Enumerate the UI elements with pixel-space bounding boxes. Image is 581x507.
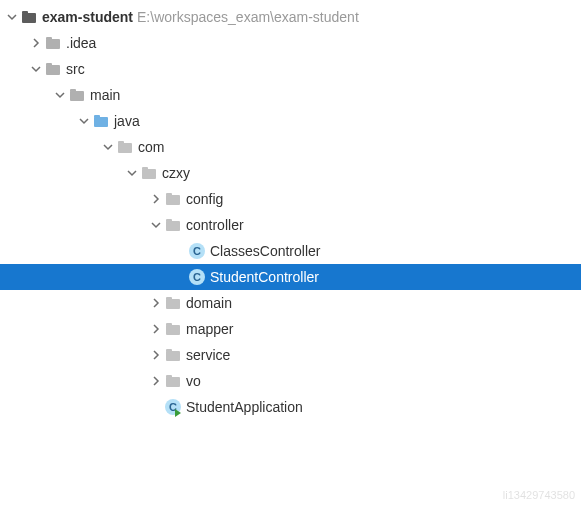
chevron-right-icon[interactable] (148, 321, 164, 337)
root-name: exam-student (42, 9, 133, 25)
svg-rect-8 (94, 117, 108, 127)
tree-row-root[interactable]: exam-student E:\workspaces_exam\exam-stu… (0, 4, 581, 30)
source-folder-icon (92, 113, 110, 129)
chevron-down-icon[interactable] (4, 9, 20, 25)
class-icon: C (188, 243, 206, 259)
svg-rect-20 (166, 325, 180, 335)
chevron-down-icon[interactable] (28, 61, 44, 77)
chevron-down-icon[interactable] (124, 165, 140, 181)
package-icon (164, 217, 182, 233)
folder-label: czxy (162, 165, 190, 181)
tree-row-vo[interactable]: vo (0, 368, 581, 394)
class-icon: C (188, 269, 206, 285)
folder-icon (44, 61, 62, 77)
folder-label: config (186, 191, 223, 207)
project-tree[interactable]: exam-student E:\workspaces_exam\exam-stu… (0, 0, 581, 420)
folder-label: mapper (186, 321, 233, 337)
folder-label: controller (186, 217, 244, 233)
svg-rect-13 (142, 167, 148, 170)
chevron-right-icon[interactable] (148, 191, 164, 207)
svg-rect-17 (166, 219, 172, 222)
svg-rect-12 (142, 169, 156, 179)
no-arrow (172, 269, 188, 285)
folder-label: src (66, 61, 85, 77)
class-label: StudentApplication (186, 399, 303, 415)
svg-rect-15 (166, 193, 172, 196)
package-icon (164, 347, 182, 363)
chevron-down-icon[interactable] (148, 217, 164, 233)
svg-rect-6 (70, 91, 84, 101)
package-icon (140, 165, 158, 181)
tree-row-service[interactable]: service (0, 342, 581, 368)
package-icon (164, 373, 182, 389)
folder-label: vo (186, 373, 201, 389)
svg-rect-23 (166, 349, 172, 352)
svg-rect-25 (166, 375, 172, 378)
tree-row-idea[interactable]: .idea (0, 30, 581, 56)
svg-rect-22 (166, 351, 180, 361)
svg-rect-9 (94, 115, 100, 118)
folder-label: com (138, 139, 164, 155)
chevron-right-icon[interactable] (28, 35, 44, 51)
folder-label: domain (186, 295, 232, 311)
tree-row-domain[interactable]: domain (0, 290, 581, 316)
svg-rect-11 (118, 141, 124, 144)
svg-rect-1 (22, 11, 28, 14)
svg-rect-18 (166, 299, 180, 309)
svg-rect-24 (166, 377, 180, 387)
svg-rect-14 (166, 195, 180, 205)
svg-rect-2 (46, 39, 60, 49)
svg-rect-5 (46, 63, 52, 66)
tree-row-com[interactable]: com (0, 134, 581, 160)
folder-label: main (90, 87, 120, 103)
tree-row-src[interactable]: src (0, 56, 581, 82)
class-label: ClassesController (210, 243, 320, 259)
module-icon (20, 9, 38, 25)
folder-label: .idea (66, 35, 96, 51)
tree-row-java[interactable]: java (0, 108, 581, 134)
package-icon (164, 321, 182, 337)
no-arrow (148, 399, 164, 415)
tree-row-config[interactable]: config (0, 186, 581, 212)
svg-rect-21 (166, 323, 172, 326)
chevron-right-icon[interactable] (148, 373, 164, 389)
folder-label: service (186, 347, 230, 363)
root-path: E:\workspaces_exam\exam-student (137, 9, 359, 25)
chevron-right-icon[interactable] (148, 347, 164, 363)
chevron-down-icon[interactable] (100, 139, 116, 155)
tree-row-controller[interactable]: controller (0, 212, 581, 238)
chevron-right-icon[interactable] (148, 295, 164, 311)
folder-icon (44, 35, 62, 51)
runnable-class-icon: C (164, 399, 182, 415)
tree-row-mapper[interactable]: mapper (0, 316, 581, 342)
package-icon (164, 191, 182, 207)
tree-row-student-controller[interactable]: C StudentController (0, 264, 581, 290)
svg-rect-0 (22, 13, 36, 23)
tree-row-czxy[interactable]: czxy (0, 160, 581, 186)
tree-row-student-application[interactable]: C StudentApplication (0, 394, 581, 420)
chevron-down-icon[interactable] (52, 87, 68, 103)
tree-row-main[interactable]: main (0, 82, 581, 108)
svg-rect-19 (166, 297, 172, 300)
no-arrow (172, 243, 188, 259)
svg-rect-4 (46, 65, 60, 75)
svg-rect-3 (46, 37, 52, 40)
class-label: StudentController (210, 269, 319, 285)
folder-icon (68, 87, 86, 103)
svg-rect-16 (166, 221, 180, 231)
package-icon (116, 139, 134, 155)
svg-rect-10 (118, 143, 132, 153)
svg-rect-7 (70, 89, 76, 92)
tree-row-classes-controller[interactable]: C ClassesController (0, 238, 581, 264)
chevron-down-icon[interactable] (76, 113, 92, 129)
folder-label: java (114, 113, 140, 129)
package-icon (164, 295, 182, 311)
